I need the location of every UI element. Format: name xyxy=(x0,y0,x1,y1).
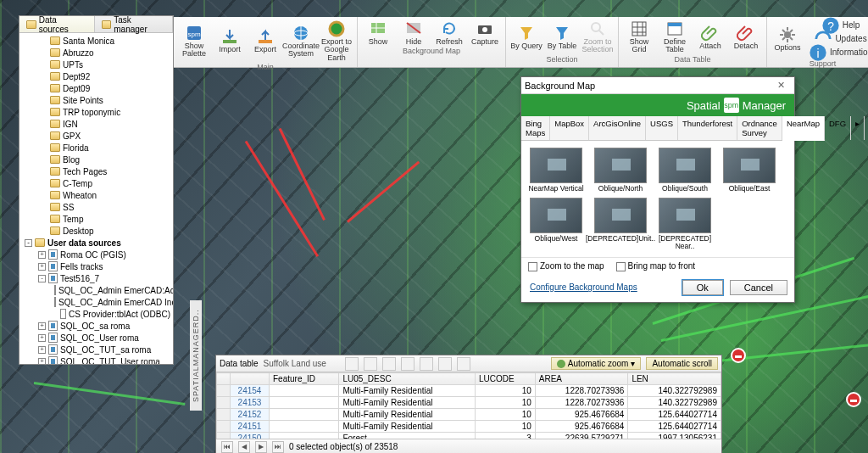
tree-item[interactable]: -User data sources xyxy=(19,237,173,249)
provider-tab[interactable]: MapBox xyxy=(550,116,589,140)
tree-item[interactable]: +SQL_OC_User roma xyxy=(19,332,173,344)
data-source-tree[interactable]: Santa MonicaAbruzzoUPTsDept92Dept09Site … xyxy=(19,33,173,364)
tool-clear[interactable] xyxy=(382,357,396,371)
ribbon-coord-sys[interactable]: Coordinate System xyxy=(284,19,318,63)
tree-item[interactable]: +SQL_OC_sa roma xyxy=(19,320,173,332)
tree-item[interactable]: Abruzzo xyxy=(19,47,173,59)
table-row[interactable]: 24152Multi-Family Residential10925.46766… xyxy=(217,409,721,421)
nav-prev[interactable]: ◀ xyxy=(238,441,250,453)
tab-overflow-icon[interactable]: ▸ xyxy=(851,116,865,140)
table-row[interactable]: 24151Multi-Family Residential10925.46766… xyxy=(217,421,721,433)
tree-item[interactable]: -Test516_7 xyxy=(19,272,173,284)
tree-item[interactable]: +Roma OC (PGIS) xyxy=(19,249,173,260)
provider-tab[interactable]: Bing Maps xyxy=(521,116,550,140)
map-thumbnail[interactable]: Oblique/North xyxy=(593,148,648,193)
expand-icon[interactable]: + xyxy=(38,334,46,342)
tree-item[interactable]: C-Temp xyxy=(19,177,173,189)
ribbon-dt-attach[interactable]: Attach xyxy=(693,19,727,55)
ribbon-dt-showgrid[interactable]: Show Grid xyxy=(622,19,656,55)
ribbon-import[interactable]: Import xyxy=(213,19,247,63)
expand-icon[interactable]: + xyxy=(38,358,46,365)
ribbon-sel-table[interactable]: By Table xyxy=(545,19,579,55)
bring-to-front-checkbox[interactable]: Bring map to front xyxy=(616,261,695,271)
data-grid[interactable]: Feature_IDLU05_DESCLUCODEAREALEN24154Mul… xyxy=(216,372,721,439)
ok-button[interactable]: Ok xyxy=(682,280,723,295)
tree-item[interactable]: Dept09 xyxy=(19,82,173,94)
provider-tab[interactable]: NearMap xyxy=(782,116,825,141)
map-thumbnail[interactable]: Oblique/East xyxy=(721,148,777,193)
tree-item[interactable]: TRP toponymic xyxy=(19,106,173,118)
map-thumbnail[interactable]: NearMap Vertical xyxy=(528,148,584,193)
tree-item[interactable]: SQL_OC_Admin EmerCAD InciWKB (OI xyxy=(19,296,173,308)
configure-bg-maps-link[interactable]: Configure Background Maps xyxy=(528,281,639,294)
provider-tab[interactable]: USGS xyxy=(646,116,678,140)
ribbon-info[interactable]: iInformation xyxy=(806,46,868,59)
ribbon-show-palette[interactable]: spmShow Palette xyxy=(177,19,211,63)
column-header[interactable]: LUCODE xyxy=(476,373,536,385)
tree-item[interactable]: Blog xyxy=(19,154,173,165)
map-thumbnail[interactable]: [DEPRECATED] Near.. xyxy=(657,198,713,250)
column-header[interactable]: LEN xyxy=(628,373,721,385)
tree-item[interactable]: Tech Pages xyxy=(19,165,173,177)
map-thumbnail[interactable]: Oblique/South xyxy=(657,148,713,193)
tree-item[interactable]: +SQL_OC_TUT_User roma xyxy=(19,355,173,364)
tree-item[interactable]: SS xyxy=(19,201,173,213)
tree-item[interactable]: IGN xyxy=(19,118,173,130)
zoom-to-map-checkbox[interactable]: Zoom to the map xyxy=(528,261,604,271)
nav-first[interactable]: ⏮ xyxy=(221,441,233,453)
tree-item[interactable]: +SQL_OC_TUT_sa roma xyxy=(19,344,173,355)
cancel-button[interactable]: Cancel xyxy=(730,280,787,295)
tree-item[interactable]: Desktop xyxy=(19,225,173,237)
tree-item[interactable]: GPX xyxy=(19,130,173,142)
ribbon-sel-query[interactable]: By Query xyxy=(509,19,543,55)
expand-icon[interactable]: + xyxy=(38,263,46,271)
ribbon-bg-hide[interactable]: Hide xyxy=(397,19,431,47)
tree-item[interactable]: SQL_OC_Admin EmerCAD:ActXY (ODB xyxy=(19,284,173,296)
map-thumbnail[interactable]: Oblique/West xyxy=(528,198,584,250)
expand-icon[interactable]: + xyxy=(38,322,46,330)
expand-icon[interactable]: - xyxy=(25,239,32,247)
tool-select[interactable] xyxy=(345,357,359,371)
column-header[interactable]: AREA xyxy=(535,373,628,385)
tab-data-sources[interactable]: Data sources xyxy=(19,16,95,32)
tree-item[interactable]: Florida xyxy=(19,142,173,154)
tool-cols[interactable] xyxy=(438,357,452,371)
expand-icon[interactable]: + xyxy=(38,251,46,259)
provider-tab[interactable]: Ordnance Survey xyxy=(737,116,782,140)
table-row[interactable]: 24153Multi-Family Residential101228.7027… xyxy=(217,397,721,409)
tree-item[interactable]: +Fells tracks xyxy=(19,260,173,272)
ribbon-export[interactable]: Export xyxy=(248,19,282,63)
automatic-scroll-toggle[interactable]: Automatic scroll xyxy=(646,357,718,370)
provider-tab[interactable]: Thunderforest xyxy=(678,116,737,140)
table-row[interactable]: 24154Multi-Family Residential101228.7027… xyxy=(217,385,721,397)
column-header[interactable]: LU05_DESC xyxy=(339,373,476,385)
ribbon-bg-show[interactable]: Show xyxy=(361,19,395,47)
tree-item[interactable]: Site Points xyxy=(19,94,173,106)
ribbon-bg-capture[interactable]: Capture xyxy=(468,19,502,47)
expand-icon[interactable]: + xyxy=(38,346,46,354)
expand-icon[interactable]: - xyxy=(38,275,46,282)
tree-item[interactable]: CS Provider:tblAct (ODBC) xyxy=(19,308,173,320)
provider-tab[interactable]: ArcGisOnline xyxy=(589,116,646,140)
close-icon[interactable]: ✕ xyxy=(771,80,791,91)
tool-more[interactable] xyxy=(457,357,470,371)
nav-next[interactable]: ▶ xyxy=(255,441,267,453)
tool-export[interactable] xyxy=(401,357,415,371)
provider-tab[interactable]: DFG xyxy=(825,116,851,140)
ribbon-dt-detach[interactable]: Detach xyxy=(729,19,763,55)
ribbon-dt-define[interactable]: Define Table xyxy=(658,19,692,55)
tree-item[interactable]: Wheaton xyxy=(19,189,173,201)
table-row[interactable]: 24150Forest322639.57292711997.13056231 xyxy=(217,433,721,439)
tree-item[interactable]: Santa Monica xyxy=(19,35,173,47)
tab-task-manager[interactable]: Task manager xyxy=(95,16,173,32)
automatic-zoom-toggle[interactable]: Automatic zoom▾ xyxy=(551,357,642,370)
column-header[interactable]: Feature_ID xyxy=(270,373,339,385)
ribbon-bg-refresh[interactable]: Refresh xyxy=(432,19,466,47)
tree-item[interactable]: Temp xyxy=(19,213,173,225)
ribbon-export-ge[interactable]: Export to Google Earth xyxy=(320,19,353,63)
nav-last[interactable]: ⏭ xyxy=(272,441,284,453)
tool-refresh[interactable] xyxy=(420,357,433,371)
map-thumbnail[interactable]: [DEPRECATED]Unit.. xyxy=(593,198,648,250)
tool-filter[interactable] xyxy=(364,357,377,371)
ribbon-options[interactable]: Options xyxy=(771,19,804,59)
